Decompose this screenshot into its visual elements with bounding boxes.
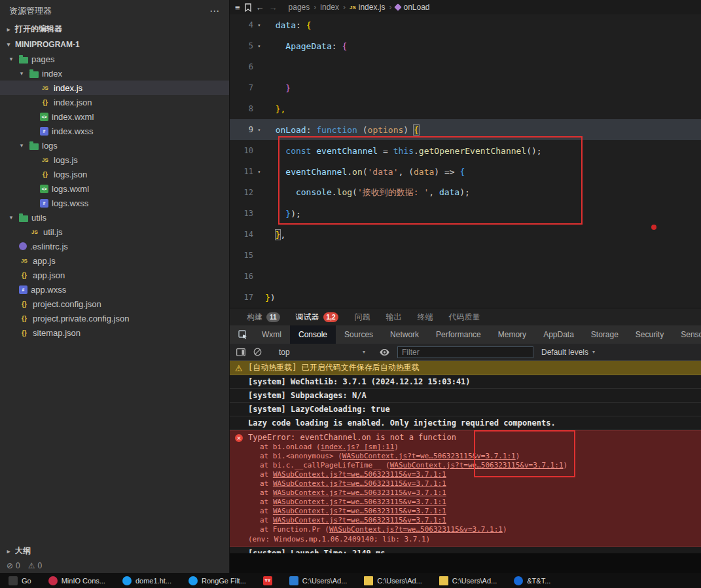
panel-tab-问题[interactable]: 问题 xyxy=(354,308,370,325)
breadcrumb-item-index.js[interactable]: JSindex.js xyxy=(350,3,385,12)
tree-item-app.wxss[interactable]: #app.wxss xyxy=(0,282,229,297)
stack-source-link[interactable]: WASubContext.js?t=we…506323115&v=3.7.1:1 xyxy=(273,488,446,497)
code-line-6[interactable]: 6 xyxy=(230,56,701,77)
devtools-tab-Sources[interactable]: Sources xyxy=(336,325,382,344)
stack-source-link[interactable]: WASubContext.js?t=we…506323115&v=3.7.1:1 xyxy=(273,498,446,506)
devtools-tab-Sensor[interactable]: Sensor xyxy=(672,325,701,344)
tree-item-app.json[interactable]: {}app.json xyxy=(0,268,229,282)
tree-item-index.wxss[interactable]: #index.wxss xyxy=(0,124,229,138)
project-root-section[interactable]: ▾ MINIPROGRAM-1 xyxy=(0,37,229,52)
taskbar-item-Go[interactable]: Go xyxy=(0,573,40,588)
panel-tab-输出[interactable]: 输出 xyxy=(386,308,401,325)
taskbar-item-C:\Users\Ad...[interactable]: C:\Users\Ad... xyxy=(355,573,430,588)
open-editors-section[interactable]: ▸ 打开的编辑器 xyxy=(0,22,229,37)
frame-context-select[interactable]: top ▾ xyxy=(279,348,365,357)
code-line-5[interactable]: 5▾ ApageData: { xyxy=(230,35,701,56)
tree-item-logs.wxss[interactable]: #logs.wxss xyxy=(0,196,229,210)
bookmark-icon[interactable] xyxy=(245,3,251,12)
inspect-element-icon[interactable] xyxy=(232,330,253,339)
code-line-9[interactable]: 9▾ onLoad: function (options) { xyxy=(230,119,701,140)
code-line-14[interactable]: 14 }, xyxy=(230,224,701,245)
fold-chevron-icon[interactable]: ▾ xyxy=(253,169,265,175)
tree-item-logs[interactable]: ▾logs xyxy=(0,138,229,153)
stack-source-link[interactable]: WASubContext.js?t=we…506323115&v=3.7.1:1 xyxy=(390,461,564,469)
tree-item-pages[interactable]: ▾pages xyxy=(0,52,229,66)
code-line-7[interactable]: 7 } xyxy=(230,77,701,98)
taskbar-item-C:\Users\Ad...[interactable]: C:\Users\Ad... xyxy=(281,573,355,588)
code-editor[interactable]: 4▾ data: {5▾ ApageData: {67 }8 },9▾ onLo… xyxy=(230,14,701,308)
json-file-icon: {} xyxy=(19,313,29,323)
taskbar-item-C:\Users\Ad...[interactable]: C:\Users\Ad... xyxy=(431,573,505,588)
devtools-tab-Wxml[interactable]: Wxml xyxy=(253,325,290,344)
devtools-tab-Network[interactable]: Network xyxy=(382,325,427,344)
breadcrumb-item-index[interactable]: index xyxy=(320,3,339,12)
outline-section[interactable]: ▸ 大纲 xyxy=(0,543,229,559)
devtools-tab-Console[interactable]: Console xyxy=(290,325,336,344)
tree-item-app.js[interactable]: JSapp.js xyxy=(0,253,229,268)
tree-item-index.wxml[interactable]: <>index.wxml xyxy=(0,109,229,124)
folder-app-icon xyxy=(364,576,373,585)
dock-panel-icon[interactable] xyxy=(236,348,245,356)
panel-tab-终端[interactable]: 终端 xyxy=(417,308,433,325)
devtools-tab-Security[interactable]: Security xyxy=(627,325,672,344)
stack-source-link[interactable]: WASubContext.js?t=we…506323115&v=3.7.1:1 xyxy=(273,470,446,479)
code-line-15[interactable]: 15 xyxy=(230,245,701,266)
panel-tab-调试器[interactable]: 调试器1,2 xyxy=(296,308,339,325)
taskbar-item-yy[interactable]: YY xyxy=(255,573,281,588)
code-line-12[interactable]: 12 console.log('接收到的数据: ', data); xyxy=(230,182,701,203)
breadcrumb-item-pages[interactable]: pages xyxy=(289,3,310,12)
fold-chevron-icon[interactable]: ▾ xyxy=(253,22,265,28)
panel-tab-代码质量[interactable]: 代码质量 xyxy=(448,308,480,325)
clear-console-icon[interactable] xyxy=(253,348,262,356)
taskbar-item-&T&T...[interactable]: &T&T... xyxy=(505,573,559,588)
tree-item-logs.wxml[interactable]: <>logs.wxml xyxy=(0,181,229,196)
menu-icon[interactable]: ≡ xyxy=(235,3,240,12)
stack-source-link[interactable]: WASubContext.js?t=we…506323115&v=3.7.1:1 xyxy=(273,507,446,515)
tree-item-label: logs.wxml xyxy=(52,184,89,194)
stack-source-link[interactable]: WASubContext.js?t=we…506323115&v=3.7.1:1 xyxy=(273,479,446,488)
code-line-16[interactable]: 16 xyxy=(230,266,701,287)
back-button[interactable]: ← xyxy=(256,3,264,12)
tree-item-project.private.config.json[interactable]: {}project.private.config.json xyxy=(0,311,229,325)
tree-item-index.json[interactable]: {}index.json xyxy=(0,95,229,109)
eye-icon[interactable] xyxy=(380,349,389,356)
tree-item-index[interactable]: ▾index xyxy=(0,66,229,81)
code-line-8[interactable]: 8 }, xyxy=(230,98,701,119)
code-line-11[interactable]: 11▾ eventChannel.on('data', (data) => { xyxy=(230,161,701,182)
problems-status[interactable]: ⊘0 ⚠0 xyxy=(0,559,229,573)
stack-source-link[interactable]: WASubContext.js?t=we…506323115&v=3.7.1:1 xyxy=(342,452,516,460)
devtools-tab-Memory[interactable]: Memory xyxy=(490,325,535,344)
fold-chevron-icon[interactable]: ▾ xyxy=(253,127,265,133)
folder-icon xyxy=(19,57,28,64)
panel-tab-构建[interactable]: 构建11 xyxy=(247,308,280,325)
app-window: 资源管理器 ⋯ ▸ 打开的编辑器 ▾ MINIPROGRAM-1 ▾pages▾… xyxy=(0,0,701,573)
stack-source-link[interactable]: WASubContext.js?t=we…506323115&v=3.7.1:1 xyxy=(273,516,446,524)
forward-button[interactable]: → xyxy=(269,3,278,12)
stack-source-link[interactable]: WASubContext.js?t=we…506323115&v=3.7.1:1 xyxy=(329,525,503,534)
log-levels-select[interactable]: Default levels ▾ xyxy=(541,348,595,357)
breadcrumb-item-onLoad[interactable]: onLoad xyxy=(395,3,429,12)
tree-item-sitemap.json[interactable]: {}sitemap.json xyxy=(0,325,229,340)
fold-chevron-icon[interactable]: ▾ xyxy=(253,43,265,49)
tree-item-utils[interactable]: ▾utils xyxy=(0,210,229,225)
code-line-17[interactable]: 17}) xyxy=(230,287,701,308)
tree-item-index.js[interactable]: JSindex.js xyxy=(0,81,229,95)
stack-source-link[interactable]: index.js? [sm]:11 xyxy=(321,443,395,451)
console-filter-input[interactable] xyxy=(397,346,533,358)
tree-item-logs.json[interactable]: {}logs.json xyxy=(0,167,229,181)
taskbar-item-RongGe Filt...[interactable]: RongGe Filt... xyxy=(180,573,255,588)
devtools-tab-Performance[interactable]: Performance xyxy=(427,325,490,344)
devtools-tab-AppData[interactable]: AppData xyxy=(535,325,583,344)
devtools-tab-Storage[interactable]: Storage xyxy=(583,325,627,344)
tree-item-.eslintrc.js[interactable]: .eslintrc.js xyxy=(0,239,229,253)
more-actions-icon[interactable]: ⋯ xyxy=(209,5,220,17)
console-log-row: [system] LazyCodeLoading: true xyxy=(230,403,701,416)
tree-item-util.js[interactable]: JSutil.js xyxy=(0,225,229,239)
tree-item-logs.js[interactable]: JSlogs.js xyxy=(0,153,229,167)
code-line-13[interactable]: 13 }); xyxy=(230,203,701,224)
tree-item-project.config.json[interactable]: {}project.config.json xyxy=(0,297,229,311)
code-line-4[interactable]: 4▾ data: { xyxy=(230,14,701,35)
taskbar-item-dome1.ht...[interactable]: dome1.ht... xyxy=(114,573,180,588)
code-line-10[interactable]: 10 const eventChannel = this.getOpenerEv… xyxy=(230,140,701,161)
taskbar-item-MinIO Cons...[interactable]: MinIO Cons... xyxy=(40,573,114,588)
